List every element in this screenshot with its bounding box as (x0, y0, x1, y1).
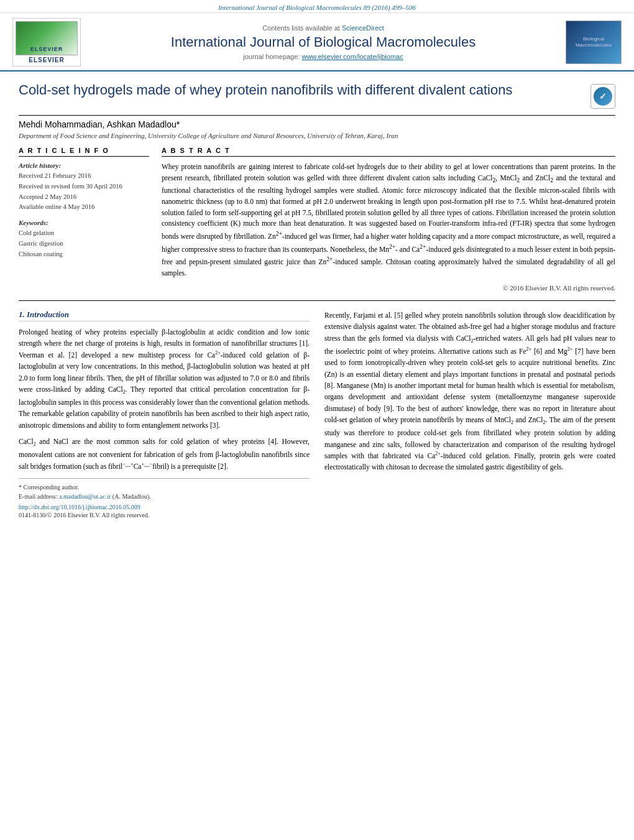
abstract-text: Whey protein nanofibrils are gaining int… (162, 162, 615, 279)
journal-header-center: Contents lists available at ScienceDirec… (87, 24, 559, 60)
authors: Mehdi Mohammadian, Ashkan Madadlou* (19, 119, 615, 129)
journal-homepage-link[interactable]: www.elsevier.com/locate/ijbiomac (301, 53, 403, 60)
crossmark-badge: ✓ (590, 84, 615, 109)
accepted-date: Accepted 2 May 2016 (19, 192, 149, 203)
article-history-label: Article history: (19, 162, 149, 169)
keyword-2: Gastric digestion (19, 239, 149, 249)
elsevier-logo-container: ELSEVIER (12, 18, 87, 67)
abstract-label: A B S T R A C T (162, 147, 615, 157)
issn-line: 0141-8130/© 2016 Elsevier B.V. All right… (19, 512, 310, 519)
intro-paragraph-1: Prolonged heating of whey proteins espec… (19, 326, 310, 431)
email-link[interactable]: a.madadlou@ut.ac.ir (59, 493, 113, 500)
email-note: E-mail address: a.madadlou@ut.ac.ir (A. … (19, 492, 310, 501)
sciencedirect-link[interactable]: ScienceDirect (342, 24, 384, 32)
available-date: Available online 4 May 2016 (19, 202, 149, 213)
elsevier-label: ELSEVIER (29, 57, 64, 63)
article-history: Article history: Received 21 February 20… (19, 162, 149, 213)
corresponding-note: * Corresponding author. (19, 482, 310, 492)
journal-homepage: journal homepage: www.elsevier.com/locat… (99, 53, 547, 60)
article-info-abstract: A R T I C L E I N F O Article history: R… (19, 147, 615, 292)
received-revised-date: Received in revised form 30 April 2016 (19, 182, 149, 192)
copyright-line: © 2016 Elsevier B.V. All rights reserved… (162, 284, 615, 292)
elsevier-logo: ELSEVIER (12, 18, 81, 67)
footnote-section: * Corresponding author. E-mail address: … (19, 478, 310, 519)
abstract-section: A B S T R A C T Whey protein nanofibrils… (162, 147, 615, 292)
journal-header: ELSEVIER Contents lists available at Sci… (0, 13, 634, 72)
keywords-list: Cold gelation Gastric digestion Chitosan… (19, 228, 149, 259)
article-container: Cold-set hydrogels made of whey protein … (0, 72, 634, 531)
divider (19, 300, 615, 301)
banner-text: International Journal of Biological Macr… (218, 4, 416, 11)
intro-paragraph-2: CaCl2 and NaCl are the most common salts… (19, 436, 310, 472)
sciencedirect-label: Contents lists available at ScienceDirec… (99, 24, 547, 32)
article-info: A R T I C L E I N F O Article history: R… (19, 147, 149, 292)
keyword-1: Cold gelation (19, 228, 149, 239)
article-title-section: Cold-set hydrogels made of whey protein … (19, 81, 615, 116)
elsevier-tree-image (16, 21, 78, 55)
journal-logo-right: BiologicalMacromolecules (566, 21, 622, 64)
affiliation: Department of Food Science and Engineeri… (19, 132, 615, 139)
article-title: Cold-set hydrogels made of whey protein … (19, 81, 581, 99)
keywords-section: Keywords: Cold gelation Gastric digestio… (19, 219, 149, 259)
introduction-heading: 1. Introduction (19, 310, 310, 321)
doi-line: http://dx.doi.org/10.1016/j.ijbiomac.201… (19, 504, 310, 510)
two-column-body: 1. Introduction Prolonged heating of whe… (19, 310, 615, 519)
journal-title: International Journal of Biological Macr… (99, 34, 547, 50)
journal-logo-right-container: BiologicalMacromolecules (559, 21, 622, 64)
doi-link[interactable]: http://dx.doi.org/10.1016/j.ijbiomac.201… (19, 504, 140, 510)
col-right: Recently, Farjami et al. [5] gelled whey… (324, 310, 615, 519)
col-left: 1. Introduction Prolonged heating of whe… (19, 310, 310, 519)
intro-paragraph-right-1: Recently, Farjami et al. [5] gelled whey… (324, 310, 615, 473)
crossmark-icon: ✓ (594, 87, 612, 106)
keywords-label: Keywords: (19, 219, 149, 226)
journal-logo-text: BiologicalMacromolecules (576, 36, 612, 49)
received-date: Received 21 February 2016 (19, 171, 149, 182)
article-info-label: A R T I C L E I N F O (19, 147, 149, 157)
keyword-3: Chitosan coating (19, 249, 149, 260)
journal-banner: International Journal of Biological Macr… (0, 0, 634, 13)
article-dates: Received 21 February 2016 Received in re… (19, 171, 149, 213)
